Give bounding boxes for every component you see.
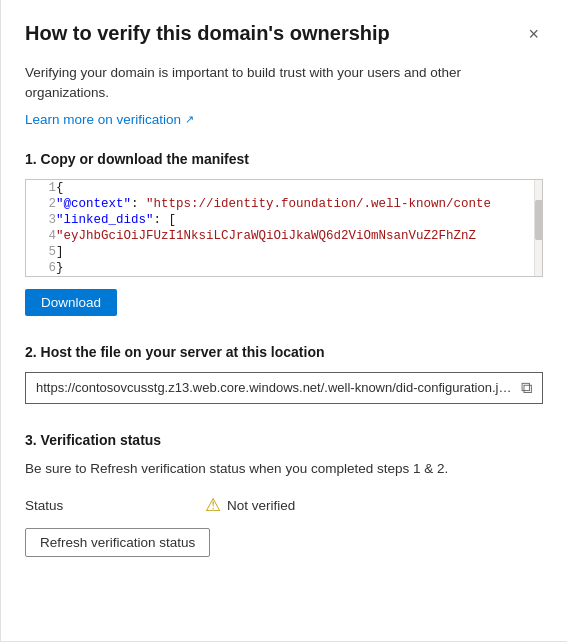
code-line: 3 "linked_dids": [ [26, 212, 491, 228]
line-number: 4 [26, 228, 56, 244]
scrollbar[interactable] [534, 180, 542, 276]
close-button[interactable]: × [524, 22, 543, 47]
host-section: 2. Host the file on your server at this … [25, 344, 543, 404]
step1-title: 1. Copy or download the manifest [25, 151, 543, 167]
line-content: { [56, 180, 491, 196]
intro-description: Verifying your domain is important to bu… [25, 63, 543, 104]
warning-icon: ⚠ [205, 494, 221, 516]
code-line: 1{ [26, 180, 491, 196]
line-content: "eyJhbGciOiJFUzI1NksiLCJraWQiOiJkaWQ6d2V… [56, 228, 491, 244]
code-line: 6} [26, 260, 491, 276]
url-field-container: https://contosovcusstg.z13.web.core.wind… [25, 372, 543, 404]
line-content: ] [56, 244, 491, 260]
status-warning: ⚠ Not verified [205, 494, 295, 516]
step2-title: 2. Host the file on your server at this … [25, 344, 543, 360]
download-button[interactable]: Download [25, 289, 117, 316]
scrollbar-thumb [535, 200, 543, 240]
panel-header: How to verify this domain's ownership × [25, 20, 543, 47]
code-scroll[interactable]: 1{2 "@context": "https://identity.founda… [26, 180, 542, 276]
url-text: https://contosovcusstg.z13.web.core.wind… [36, 380, 513, 395]
copy-button[interactable]: ⧉ [513, 379, 532, 397]
line-number: 2 [26, 196, 56, 212]
line-content: "@context": "https://identity.foundation… [56, 196, 491, 212]
code-line: 4 "eyJhbGciOiJFUzI1NksiLCJraWQiOiJkaWQ6d… [26, 228, 491, 244]
not-verified-text: Not verified [227, 498, 295, 513]
status-row: Status ⚠ Not verified [25, 494, 543, 516]
learn-more-label: Learn more on verification [25, 112, 181, 127]
code-line: 2 "@context": "https://identity.foundati… [26, 196, 491, 212]
line-number: 5 [26, 244, 56, 260]
code-block: 1{2 "@context": "https://identity.founda… [25, 179, 543, 277]
status-label: Status [25, 498, 85, 513]
line-number: 3 [26, 212, 56, 228]
line-number: 6 [26, 260, 56, 276]
step3-title: 3. Verification status [25, 432, 543, 448]
code-table: 1{2 "@context": "https://identity.founda… [26, 180, 491, 276]
panel: How to verify this domain's ownership × … [0, 0, 567, 642]
learn-more-link[interactable]: Learn more on verification ↗ [25, 112, 194, 127]
code-line: 5 ] [26, 244, 491, 260]
line-content: "linked_dids": [ [56, 212, 491, 228]
refresh-button[interactable]: Refresh verification status [25, 528, 210, 557]
verification-section: 3. Verification status Be sure to Refres… [25, 432, 543, 558]
panel-title: How to verify this domain's ownership [25, 20, 390, 46]
line-content: } [56, 260, 491, 276]
external-link-icon: ↗ [185, 113, 194, 126]
be-sure-text: Be sure to Refresh verification status w… [25, 460, 543, 479]
line-number: 1 [26, 180, 56, 196]
